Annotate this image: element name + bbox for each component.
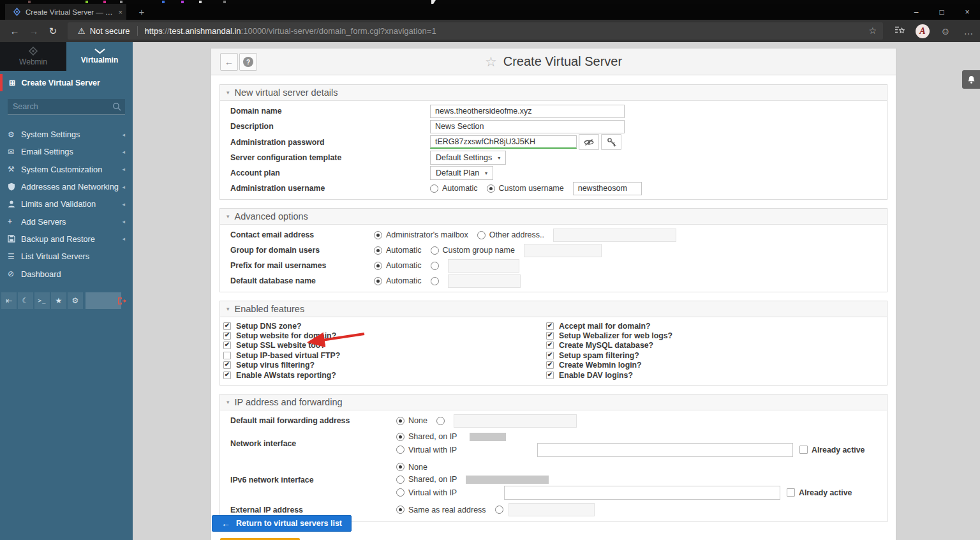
favorite-star-icon[interactable]: ☆ xyxy=(868,26,877,36)
feature-setup-dns-zone[interactable]: ✔Setup DNS zone? xyxy=(223,321,546,331)
external-same-option[interactable]: Same as real address xyxy=(396,506,486,514)
custom-username-input[interactable] xyxy=(573,182,642,195)
feature-setup-ip-ftp[interactable]: Setup IP-based virtual FTP? xyxy=(223,350,546,360)
radio-checked-icon[interactable] xyxy=(396,506,405,514)
terminal-icon[interactable]: >_ xyxy=(34,292,50,309)
feature-accept-mail[interactable]: ✔Accept mail for domain? xyxy=(546,321,869,331)
radio-icon[interactable] xyxy=(431,262,439,270)
forwarding-address-option[interactable] xyxy=(436,417,445,425)
feature-virus-filtering[interactable]: ✔Setup virus filtering? xyxy=(223,361,546,370)
browser-tab[interactable]: Create Virtual Server — Webmin × xyxy=(5,4,126,20)
collapse-sidebar-icon[interactable]: ⇤ xyxy=(1,292,17,309)
favorites-bar-icon[interactable] xyxy=(888,26,911,36)
night-mode-icon[interactable]: ☾ xyxy=(18,292,33,309)
prefix-input[interactable] xyxy=(448,259,519,273)
group-automatic-option[interactable]: Automatic xyxy=(374,246,422,255)
sidebar-item-system-settings[interactable]: ⚙ System Settings ◂ xyxy=(0,126,133,143)
title-star-icon[interactable]: ☆ xyxy=(485,54,497,70)
notifications-bell-tab[interactable] xyxy=(962,70,980,89)
section-header[interactable]: ▾ IP address and forwarding xyxy=(220,394,887,410)
browser-profile-avatar[interactable]: A xyxy=(916,24,930,38)
url-text[interactable]: https://test.anishmandal.in:10000/virtua… xyxy=(145,26,436,36)
radio-checked-icon[interactable] xyxy=(487,184,495,193)
sidebar-item-backup-restore[interactable]: Backup and Restore ◂ xyxy=(0,230,133,248)
network-virtual-option[interactable]: Virtual with IP xyxy=(396,446,528,454)
feature-awstats[interactable]: ✔Enable AWstats reporting? xyxy=(223,370,546,380)
feature-mysql-database[interactable]: ✔Create MySQL database? xyxy=(546,341,869,350)
not-secure-label[interactable]: Not secure xyxy=(90,26,130,36)
sidebar-item-limits-validation[interactable]: Limits and Validation ◂ xyxy=(0,195,133,213)
sidebar-create-virtual-server[interactable]: ⊞ Create Virtual Server xyxy=(0,74,133,91)
feature-setup-ssl-website[interactable]: ✔Setup SSL website too? xyxy=(223,341,546,350)
radio-icon[interactable] xyxy=(431,277,439,285)
external-custom-option[interactable] xyxy=(495,506,503,514)
window-restore-icon[interactable]: □ xyxy=(929,4,954,20)
sidebar-item-system-customization[interactable]: ⚒ System Customization ◂ xyxy=(0,161,133,178)
radio-icon[interactable] xyxy=(430,184,438,193)
feedback-smiley-icon[interactable]: ☺ xyxy=(934,26,957,36)
database-name-input[interactable] xyxy=(448,274,521,288)
checkbox-checked-icon[interactable]: ✔ xyxy=(546,352,554,359)
checkbox-checked-icon[interactable]: ✔ xyxy=(546,322,554,330)
prefix-automatic-option[interactable]: Automatic xyxy=(374,261,422,270)
sidebar-item-add-servers[interactable]: + Add Servers ◂ xyxy=(0,213,133,230)
checkbox-icon[interactable] xyxy=(223,352,231,359)
checkbox-checked-icon[interactable]: ✔ xyxy=(223,361,231,369)
username-custom-option[interactable]: Custom username xyxy=(487,184,564,193)
radio-icon[interactable] xyxy=(436,417,445,425)
account-plan-select[interactable]: Default Plan ▾ xyxy=(430,166,493,180)
radio-checked-icon[interactable] xyxy=(396,433,405,441)
sidebar-item-dashboard[interactable]: ⊘ Dashboard xyxy=(0,265,133,282)
radio-checked-icon[interactable] xyxy=(374,231,382,239)
forwarding-address-input[interactable] xyxy=(454,414,577,428)
description-input[interactable] xyxy=(430,120,625,133)
radio-icon[interactable] xyxy=(495,506,503,514)
browser-menu-icon[interactable]: … xyxy=(957,26,980,36)
feature-setup-website[interactable]: ✔Setup website for domain? xyxy=(223,331,546,340)
prefix-custom-option[interactable] xyxy=(431,262,439,270)
radio-icon[interactable] xyxy=(396,446,405,454)
network-already-active[interactable]: Already active xyxy=(799,446,865,454)
group-custom-option[interactable]: Custom group name xyxy=(431,246,515,255)
tab-virtualmin[interactable]: Virtualmin xyxy=(66,42,133,71)
settings-gears-icon[interactable]: ⚙ xyxy=(68,292,83,309)
username-automatic-option[interactable]: Automatic xyxy=(430,184,478,193)
feature-webmin-login[interactable]: ✔Create Webmin login? xyxy=(546,361,869,370)
contact-admin-mailbox-option[interactable]: Administrator's mailbox xyxy=(374,230,468,239)
admin-password-input[interactable] xyxy=(430,135,577,149)
contact-other-address-option[interactable]: Other address.. xyxy=(477,230,544,239)
generate-password-button[interactable] xyxy=(601,134,621,150)
feature-webalizer[interactable]: ✔Setup Webalizer for web logs? xyxy=(546,331,869,340)
other-address-input[interactable] xyxy=(553,229,676,242)
checkbox-checked-icon[interactable]: ✔ xyxy=(223,332,231,340)
logout-icon[interactable] xyxy=(115,294,129,308)
section-header[interactable]: ▾ New virtual server details xyxy=(220,85,887,101)
browser-forward-icon[interactable]: → xyxy=(24,26,43,36)
tab-webmin[interactable]: Webmin xyxy=(0,42,66,71)
custom-group-input[interactable] xyxy=(524,244,602,257)
radio-icon[interactable] xyxy=(396,488,405,497)
server-template-select[interactable]: Default Settings ▾ xyxy=(430,151,506,165)
sidebar-item-list-virtual-servers[interactable]: ☰ List Virtual Servers xyxy=(0,248,133,265)
page-back-button[interactable]: ← xyxy=(220,53,238,71)
network-shared-option[interactable]: Shared, on IP xyxy=(396,432,457,441)
domain-name-input[interactable] xyxy=(430,105,625,118)
sidebar-search-input[interactable] xyxy=(8,99,125,115)
browser-refresh-icon[interactable]: ↻ xyxy=(43,26,63,37)
checkbox-checked-icon[interactable]: ✔ xyxy=(223,371,231,379)
checkbox-checked-icon[interactable]: ✔ xyxy=(546,332,554,340)
radio-icon[interactable] xyxy=(431,246,439,255)
network-virtual-ip-input[interactable] xyxy=(537,443,793,457)
ipv6-already-active[interactable]: Already active xyxy=(787,488,852,497)
checkbox-icon[interactable] xyxy=(787,488,795,497)
radio-checked-icon[interactable] xyxy=(374,262,382,270)
ipv6-virtual-ip-input[interactable] xyxy=(504,486,780,500)
window-close-icon[interactable]: × xyxy=(954,4,980,20)
database-automatic-option[interactable]: Automatic xyxy=(374,276,422,285)
tab-close-icon[interactable]: × xyxy=(119,8,122,16)
new-tab-button[interactable]: + xyxy=(134,4,149,20)
feature-spam-filtering[interactable]: ✔Setup spam filtering? xyxy=(546,350,869,360)
ipv6-none-option[interactable]: None xyxy=(396,463,427,472)
sidebar-item-email-settings[interactable]: ✉ Email Settings ◂ xyxy=(0,143,133,160)
favorites-icon[interactable]: ★ xyxy=(51,292,66,309)
